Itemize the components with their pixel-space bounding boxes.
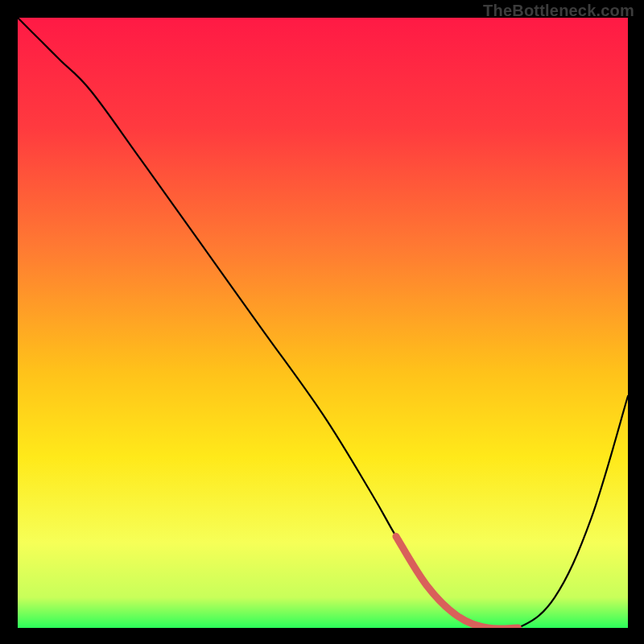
background-gradient [18,18,628,628]
svg-rect-0 [18,18,628,628]
plot-area [18,18,628,628]
watermark-text: TheBottleneck.com [483,2,634,20]
chart-frame: TheBottleneck.com [0,0,644,644]
